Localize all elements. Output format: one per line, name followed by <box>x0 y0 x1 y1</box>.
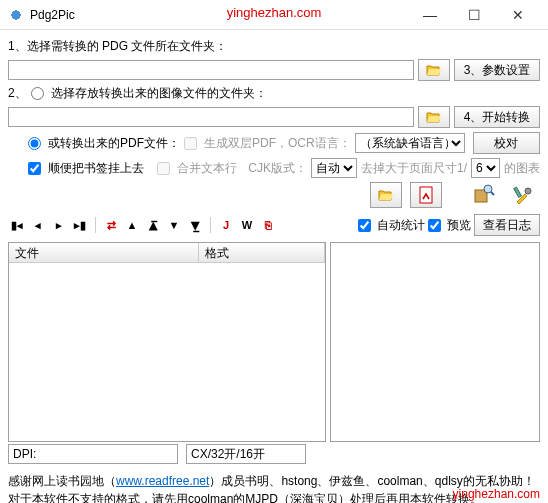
ocr-lang-select[interactable]: （系统缺省语言） <box>355 133 465 153</box>
open-folder-button[interactable] <box>370 182 402 208</box>
cjk-label: CJK版式： <box>248 160 307 177</box>
folder-open-icon <box>426 110 442 124</box>
double-pdf-label: 生成双层PDF，OCR语言： <box>204 135 351 152</box>
proofread-button[interactable]: 校对 <box>473 132 540 154</box>
box-search-icon <box>473 184 495 206</box>
separator <box>95 217 96 233</box>
minimize-button[interactable]: — <box>408 1 452 29</box>
prev-button[interactable]: ◂ <box>29 216 47 234</box>
size-status: CX/32开/16开 <box>186 444 306 464</box>
svg-point-2 <box>484 185 492 193</box>
autostat-check[interactable] <box>358 219 371 232</box>
last-button[interactable]: ▸▮ <box>71 216 89 234</box>
close-button[interactable]: ✕ <box>496 1 540 29</box>
file-list[interactable]: 文件 格式 <box>8 242 326 442</box>
preview-pane <box>330 242 540 442</box>
pdf-export-button[interactable] <box>410 182 442 208</box>
pdf-icon <box>418 186 434 204</box>
step2-label: 2、 <box>8 85 27 102</box>
settings-tool-button[interactable] <box>508 182 540 208</box>
merge-check <box>157 162 170 175</box>
j-button[interactable]: J <box>217 216 235 234</box>
double-pdf-check <box>184 137 197 150</box>
folder-open-icon <box>426 63 442 77</box>
bottom-button[interactable]: ▼̲ <box>186 216 204 234</box>
col-file[interactable]: 文件 <box>9 243 199 262</box>
first-button[interactable]: ▮◂ <box>8 216 26 234</box>
viewlog-button[interactable]: 查看日志 <box>474 214 540 236</box>
cjk-select[interactable]: 自动 <box>311 158 357 178</box>
bookmark-check[interactable] <box>28 162 41 175</box>
output-folder-input[interactable] <box>8 107 414 127</box>
pdf-output-label: 或转换出来的PDF文件： <box>48 135 180 152</box>
watermark-bottom: yinghezhan.com <box>453 487 540 501</box>
svg-rect-5 <box>514 187 522 197</box>
maximize-button[interactable]: ☐ <box>452 1 496 29</box>
folder-open-icon <box>377 188 395 202</box>
nav-toolbar: ▮◂ ◂ ▸ ▸▮ ⇄ ▲ ▲̅ ▼ ▼̲ J W ⎘ 自动统计 预览 查看日志 <box>8 212 540 238</box>
autostat-label: 自动统计 <box>377 217 425 234</box>
svg-point-4 <box>525 188 531 194</box>
browse-source-button[interactable] <box>418 59 450 81</box>
merge-label: 合并文本行 <box>177 160 237 177</box>
pdf-output-radio[interactable] <box>28 137 41 150</box>
separator <box>210 217 211 233</box>
up-button[interactable]: ▲ <box>123 216 141 234</box>
output-folder-radio[interactable] <box>31 87 44 100</box>
watermark: yinghezhan.com <box>227 5 322 20</box>
search-tool-button[interactable] <box>468 182 500 208</box>
svg-line-3 <box>491 192 494 195</box>
convert-icon[interactable]: ⇄ <box>102 216 120 234</box>
next-button[interactable]: ▸ <box>50 216 68 234</box>
preview-label: 预览 <box>447 217 471 234</box>
output-folder-label: 选择存放转换出来的图像文件的文件夹： <box>51 85 267 102</box>
wrench-screwdriver-icon <box>513 184 535 206</box>
list-header: 文件 格式 <box>9 243 325 263</box>
window-title: Pdg2Pic <box>30 8 408 22</box>
top-button[interactable]: ▲̅ <box>144 216 162 234</box>
step1-label: 1、选择需转换的 PDG 文件所在文件夹： <box>8 38 227 55</box>
w-button[interactable]: W <box>238 216 256 234</box>
source-folder-input[interactable] <box>8 60 414 80</box>
pdf-icon-button[interactable]: ⎘ <box>259 216 277 234</box>
app-icon <box>8 7 24 23</box>
down-button[interactable]: ▼ <box>165 216 183 234</box>
trim-select[interactable]: 6 <box>471 158 500 178</box>
readfree-link[interactable]: www.readfree.net <box>116 474 209 488</box>
config-button[interactable]: 3、参数设置 <box>454 59 540 81</box>
start-button[interactable]: 4、开始转换 <box>454 106 540 128</box>
chart-label: 的图表 <box>504 160 540 177</box>
browse-output-button[interactable] <box>418 106 450 128</box>
bookmark-label: 顺便把书签挂上去 <box>48 160 144 177</box>
col-format[interactable]: 格式 <box>199 243 325 262</box>
trim-label: 去掉大于页面尺寸1/ <box>361 160 467 177</box>
dpi-status: DPI: <box>8 444 178 464</box>
preview-check[interactable] <box>428 219 441 232</box>
